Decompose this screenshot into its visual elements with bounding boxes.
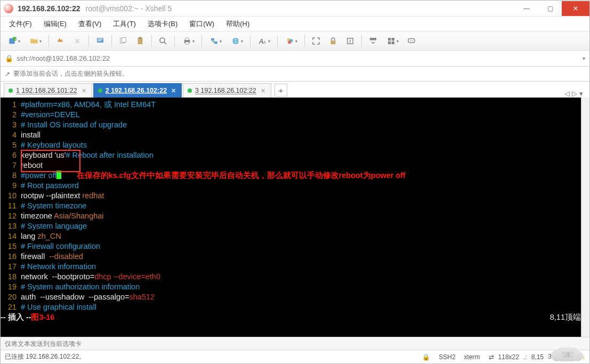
status-dot-icon: [188, 88, 192, 93]
app-window: 192.168.26.102:22 root@vms002:~ - Xshell…: [0, 0, 590, 364]
address-text: ssh://root@192.168.26.102:22: [17, 54, 583, 62]
svg-point-35: [411, 41, 412, 42]
menu-window[interactable]: 窗口(W): [184, 18, 220, 30]
font-button[interactable]: AA▾: [254, 34, 274, 48]
svg-rect-30: [391, 38, 394, 41]
vertical-scrollbar[interactable]: [581, 98, 589, 337]
svg-text:A: A: [263, 40, 265, 45]
address-bar[interactable]: 🔒 ssh://root@192.168.26.102:22 ▾: [1, 51, 589, 67]
tab-nav-right-icon[interactable]: ▷: [572, 90, 577, 98]
svg-rect-25: [331, 41, 336, 44]
compose-button[interactable]: [403, 34, 419, 48]
title-bar: 192.168.26.102:22 root@vms002:~ - Xshell…: [1, 1, 589, 17]
tab-strip: 1 192.168.26.101:22✕ 2 192.168.26.102:22…: [1, 82, 589, 98]
color-scheme-button[interactable]: ▾: [281, 34, 301, 48]
status-rc-icon: ⇄: [484, 353, 498, 361]
toolbar: +▾ ▾ ▾ ▾ ▾ AA▾ ▾ ▾: [1, 31, 589, 51]
status-bar: 已连接 192.168.26.102:22。 🔒 SSH2 xterm ⇄ 11…: [1, 350, 589, 363]
status-lock-icon: 🔒: [418, 353, 434, 361]
terminal-container: 1#platform=x86, AMD64, 或 Intel EM64T 2#v…: [1, 98, 589, 337]
menu-view[interactable]: 查看(V): [73, 18, 107, 30]
print-button[interactable]: ▾: [178, 34, 198, 48]
svg-text:A: A: [258, 38, 263, 45]
layout-button[interactable]: ▾: [382, 34, 402, 48]
transfer-button[interactable]: ▾: [205, 34, 225, 48]
tab-label: 1 192.168.26.101:22: [16, 87, 77, 94]
status-term: xterm: [460, 353, 484, 361]
tab-nav-dropdown-icon[interactable]: ▾: [579, 90, 583, 98]
svg-point-36: [413, 41, 414, 42]
svg-rect-14: [185, 42, 189, 45]
copy-button[interactable]: [115, 34, 131, 48]
terminal[interactable]: 1#platform=x86, AMD64, 或 Intel EM64T 2#v…: [1, 98, 581, 337]
minimize-button[interactable]: —: [515, 1, 538, 16]
status-protocol: SSH2: [434, 353, 459, 361]
app-logo-icon: [4, 4, 13, 13]
tab-label: 2 192.168.26.102:22: [106, 87, 167, 94]
tab-3[interactable]: 3 192.168.26.102:22✕: [183, 83, 271, 98]
svg-rect-13: [185, 38, 189, 41]
compose-input[interactable]: [5, 340, 585, 347]
menu-help[interactable]: 帮助(H): [221, 18, 255, 30]
svg-rect-7: [122, 37, 126, 42]
scroll-lock-button[interactable]: [342, 34, 358, 48]
svg-rect-31: [388, 42, 391, 44]
status-dot-icon: [98, 88, 102, 93]
paste-button[interactable]: [132, 34, 148, 48]
menu-tabs[interactable]: 选项卡(B): [142, 18, 183, 30]
menu-file[interactable]: 文件(F): [4, 18, 37, 30]
close-button[interactable]: ✕: [562, 1, 589, 16]
tab-nav-left-icon[interactable]: ◁: [564, 90, 570, 98]
lock-button[interactable]: [325, 34, 341, 48]
watermark: 亿速云: [546, 345, 589, 364]
new-session-button[interactable]: +▾: [4, 34, 24, 48]
tab-close-icon[interactable]: ✕: [261, 87, 265, 94]
tab-close-icon[interactable]: ✕: [171, 87, 176, 94]
svg-rect-32: [391, 42, 394, 44]
hint-text: 要添加当前会话，点击左侧的箭头按钮。: [13, 69, 128, 78]
svg-rect-8: [138, 38, 143, 44]
vim-status-line: -- 插入 -- 图3-168,11 顶端: [1, 312, 581, 322]
search-button[interactable]: [155, 34, 171, 48]
hint-bar: ↗ 要添加当前会话，点击左侧的箭头按钮。: [1, 67, 589, 82]
tab-1[interactable]: 1 192.168.26.101:22✕: [4, 83, 92, 98]
tab-close-icon[interactable]: ✕: [82, 87, 86, 94]
svg-rect-9: [139, 37, 142, 39]
status-size: 118x22: [498, 353, 519, 361]
status-cursor: 8,15: [531, 353, 544, 361]
tab-label: 3 192.168.26.102:22: [195, 87, 256, 94]
svg-rect-5: [98, 41, 101, 42]
connection-status: 已连接 192.168.26.102:22。: [5, 352, 85, 361]
svg-line-11: [164, 42, 166, 44]
annotation-text: 在保存的ks.cfg文件中如果需要安装完毕后自动关机，那么就可以手动修改rebo…: [77, 171, 406, 180]
tab-add-button[interactable]: +: [274, 84, 287, 96]
connect-button[interactable]: [52, 34, 68, 48]
svg-rect-29: [388, 38, 391, 41]
svg-rect-16: [214, 42, 217, 44]
web-button[interactable]: ▾: [227, 34, 247, 48]
svg-rect-15: [211, 38, 214, 41]
svg-text:+: +: [14, 37, 17, 41]
maximize-button[interactable]: ▢: [538, 1, 562, 16]
properties-button[interactable]: [92, 34, 108, 48]
menu-edit[interactable]: 编辑(E): [38, 18, 72, 30]
disconnect-button[interactable]: [69, 34, 85, 48]
hint-arrow-icon[interactable]: ↗: [5, 70, 10, 78]
fullscreen-button[interactable]: [308, 34, 324, 48]
address-dropdown-icon[interactable]: ▾: [583, 55, 585, 61]
split-toggle-button[interactable]: [365, 34, 381, 48]
tab-2[interactable]: 2 192.168.26.102:22✕: [93, 83, 182, 98]
open-session-button[interactable]: ▾: [25, 34, 45, 48]
annotation-box: [21, 150, 80, 172]
status-dot-icon: [9, 88, 13, 93]
menu-tools[interactable]: 工具(T): [108, 18, 141, 30]
svg-point-24: [288, 41, 291, 44]
compose-bar: [1, 337, 589, 350]
svg-rect-28: [370, 38, 376, 41]
menu-bar: 文件(F) 编辑(E) 查看(V) 工具(T) 选项卡(B) 窗口(W) 帮助(…: [1, 17, 589, 31]
lock-icon: 🔒: [5, 54, 13, 62]
svg-point-10: [160, 38, 165, 43]
title-main: 192.168.26.102:22: [18, 4, 80, 13]
svg-rect-4: [98, 39, 103, 40]
svg-point-34: [410, 41, 411, 42]
